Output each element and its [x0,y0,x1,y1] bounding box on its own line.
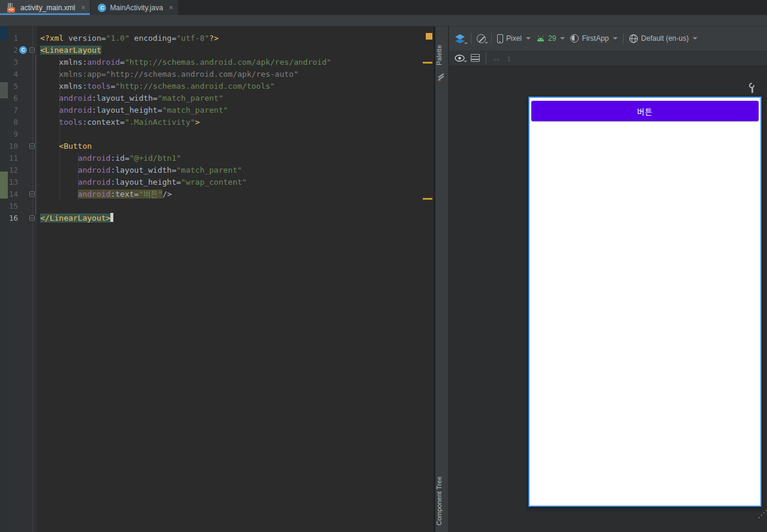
palette-tab[interactable]: Palette [435,41,449,70]
component-tree-tab[interactable]: Component Tree [435,474,449,528]
code-text: android:layout_height="wrap_content" [37,176,246,188]
code-text: android:id="@+id/btn1" [37,152,181,164]
wrench-icon[interactable] [748,83,756,94]
code-line[interactable]: 14 android:text="버튼"/> [0,188,434,200]
fold-marker[interactable] [29,143,35,149]
code-text: <Button [37,140,92,152]
tab-activity-main-xml[interactable]: <> activity_main.xml × [0,0,91,15]
line-number: 1 [0,32,18,44]
design-surface-button[interactable] [455,34,465,44]
class-icon: C [19,46,27,54]
code-line[interactable]: 2C<LinearLayout [0,44,434,56]
code-text: <LinearLayout [37,44,101,56]
chevron-down-icon [526,37,531,40]
palette-icon-bar [438,80,441,81]
gutter-cell: 4 [0,68,37,80]
code-line[interactable]: 7 android:layout_height="match_parent" [0,104,434,116]
code-line[interactable]: 11 android:id="@+id/btn1" [0,152,434,164]
horizontal-resize-button[interactable]: ↔ [492,53,501,63]
fold-marker[interactable] [29,215,35,221]
code-line[interactable]: 15 [0,200,434,212]
code-text: android:layout_height="match_parent" [37,104,228,116]
code-text [37,200,40,212]
code-line[interactable]: 10 <Button [0,140,434,152]
code-text: <?xml version="1.0" encoding="utf-8"?> [37,32,218,44]
orientation-button[interactable] [477,34,486,43]
chevron-down-icon [693,37,697,40]
xml-icon-code-part: <> [7,7,15,13]
vertical-arrow-icon: ↕ [507,53,511,63]
code-line[interactable]: 4 xmlns:app="http://schemas.android.com/… [0,68,434,80]
line-number: 14 [0,188,18,200]
close-tab-icon[interactable]: × [169,4,173,12]
tab-mainactivity-java[interactable]: C MainActivity.java × [91,0,179,15]
code-line[interactable]: 3 xmlns:android="http://schemas.android.… [0,56,434,68]
code-line[interactable]: 6 android:layout_width="match_parent" [0,92,434,104]
navigation-bar [0,15,767,26]
device-preview-frame[interactable]: 버튼 [528,97,762,507]
editor-pane[interactable]: 1<?xml version="1.0" encoding="utf-8"?>2… [0,26,434,532]
vertical-resize-button[interactable]: ↕ [507,53,511,63]
tool-window-stripe: Palette Component Tree [435,26,449,532]
view-options-button[interactable] [455,55,465,62]
code-text: xmlns:app="http://schemas.android.com/ap… [37,68,298,80]
line-number: 4 [0,68,18,80]
gutter-cell: 16 [0,212,37,224]
horizontal-arrow-icon: ↔ [492,53,501,63]
code-line[interactable]: 13 android:layout_height="wrap_content" [0,176,434,188]
gutter-cell: 7 [0,104,37,116]
preview-button[interactable]: 버튼 [531,101,759,121]
code-line[interactable]: 16</LinearLayout> [0,212,434,224]
code-text: xmlns:tools="http://schemas.android.com/… [37,80,275,92]
phone-icon [497,34,503,43]
editor-tab-bar: <> activity_main.xml × C MainActivity.ja… [0,0,767,15]
line-number: 9 [0,128,18,140]
code-text: xmlns:android="http://schemas.android.co… [37,56,331,68]
api-level-label: 29 [548,34,556,43]
line-number: 16 [0,212,18,224]
line-number: 8 [0,116,18,128]
line-number: 12 [0,164,18,176]
gutter-cell: 14 [0,188,37,200]
design-pane: Pixel 29 FirstApp [449,26,767,532]
code-text: android:text="버튼"/> [37,188,172,200]
code-line[interactable]: 5 xmlns:tools="http://schemas.android.co… [0,80,434,92]
fold-marker[interactable] [29,47,35,53]
design-toolbar: Pixel 29 FirstApp [449,26,767,50]
android-xml-file-icon: <> [7,3,17,13]
close-tab-icon[interactable]: × [81,4,85,12]
toolbar-separator [491,33,492,44]
design-surface[interactable]: 버튼 [449,66,767,532]
android-studio-window: <> activity_main.xml × C MainActivity.ja… [0,0,767,532]
code-line[interactable]: 9 [0,128,434,140]
blueprint-grid-button[interactable] [471,54,480,62]
code-lines[interactable]: 1<?xml version="1.0" encoding="utf-8"?>2… [0,32,434,224]
locale-selector[interactable]: Default (en-us) [629,34,697,43]
chevron-down-icon [613,37,618,40]
theme-selector[interactable]: FirstApp [570,34,618,43]
file-status-indicator [426,33,432,40]
code-line[interactable]: 8 tools:context=".MainActivity"> [0,116,434,128]
toolbar-separator [623,33,624,44]
scrollbar-warning-mark[interactable] [423,62,432,64]
line-number: 2 [0,44,18,56]
globe-icon [629,34,638,43]
theme-label: FirstApp [582,34,609,43]
chevron-down-icon [560,37,565,40]
gutter-cell: 13 [0,176,37,188]
api-level-selector[interactable]: 29 [536,34,565,43]
device-selector[interactable]: Pixel [497,34,531,43]
resize-handle[interactable] [759,509,767,518]
grid-icon [471,54,480,62]
locale-label: Default (en-us) [641,34,688,43]
code-text: tools:context=".MainActivity"> [37,116,200,128]
fold-marker[interactable] [29,191,35,197]
tab-label: MainActivity.java [110,4,163,12]
line-number: 6 [0,92,18,104]
text-caret [110,213,113,222]
line-number: 5 [0,80,18,92]
code-line[interactable]: 1<?xml version="1.0" encoding="utf-8"?> [0,32,434,44]
code-line[interactable]: 12 android:layout_width="match_parent" [0,164,434,176]
scrollbar-warning-mark[interactable] [423,198,432,200]
line-number: 11 [0,152,18,164]
